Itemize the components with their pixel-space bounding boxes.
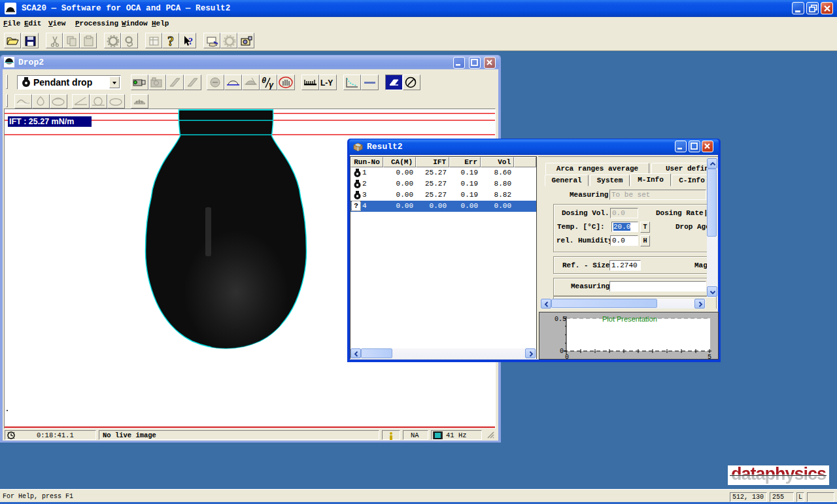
svg-text:L-Y: L-Y: [320, 78, 333, 88]
svg-text:0.5: 0.5: [555, 316, 566, 323]
svg-text:?: ?: [188, 37, 193, 46]
svg-text:?: ?: [167, 34, 174, 48]
svg-text:5: 5: [708, 354, 711, 360]
svg-text:0: 0: [560, 348, 564, 355]
svg-text:θ: θ: [262, 76, 266, 86]
svg-text:Plot Presentation: Plot Presentation: [602, 315, 657, 323]
svg-text:γ: γ: [269, 81, 274, 90]
svg-text:0: 0: [565, 354, 569, 360]
